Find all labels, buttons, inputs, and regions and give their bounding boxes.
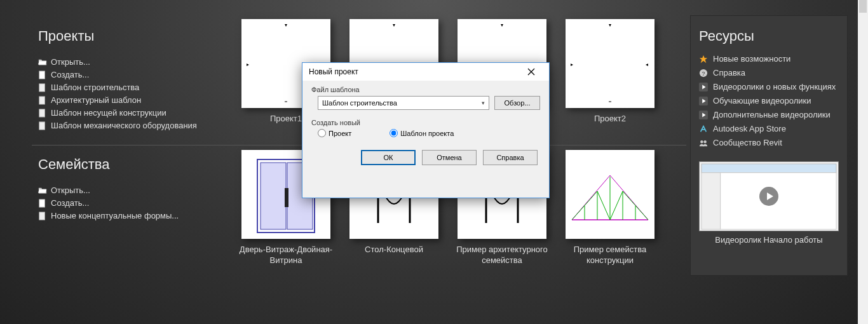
- link-label: Архитектурный шаблон: [51, 94, 141, 107]
- people-icon: [699, 138, 708, 147]
- resource-community[interactable]: Сообщество Revit: [699, 136, 839, 150]
- project-card-label: Проект2: [562, 113, 658, 124]
- resources-panel: Ресурсы Новые возможности ? Справка Виде…: [690, 15, 848, 276]
- projects-open-link[interactable]: Открыть...: [38, 56, 229, 69]
- play-icon: [699, 83, 708, 91]
- link-label: Сообщество Revit: [713, 136, 782, 150]
- families-heading: Семейства: [38, 156, 229, 173]
- radio-project[interactable]: Проект: [318, 129, 351, 137]
- resource-videos-more[interactable]: Дополнительные видеоролики: [699, 108, 839, 122]
- intro-video[interactable]: Видеоролик Начало работы: [699, 161, 839, 245]
- projects-template-construction[interactable]: Шаблон строительства: [38, 81, 229, 94]
- resource-videos-new[interactable]: Видеоролики о новых функциях: [699, 80, 839, 94]
- family-thumbnail[interactable]: [566, 150, 654, 239]
- svg-rect-10: [285, 188, 288, 207]
- file-icon: [38, 96, 47, 105]
- link-label: Справка: [713, 66, 745, 80]
- dialog-title: Новый проект: [309, 67, 358, 76]
- link-label: Шаблон строительства: [51, 81, 139, 94]
- help-icon: ?: [699, 69, 708, 78]
- link-label: Открыть...: [51, 184, 90, 197]
- folder-open-icon: [38, 58, 47, 67]
- video-thumbnail[interactable]: [699, 161, 839, 231]
- radio-project-input[interactable]: [318, 129, 326, 137]
- family-card-label: Стол-Концевой: [346, 244, 442, 255]
- project-card[interactable]: Проект2: [566, 19, 654, 124]
- appstore-icon: [699, 125, 708, 133]
- svg-rect-1: [39, 84, 45, 91]
- dialog-close-button[interactable]: [520, 64, 543, 79]
- dialog-body: Файл шаблона Шаблон строительства ▾ Обзо…: [302, 81, 549, 170]
- video-caption: Видеоролик Начало работы: [699, 235, 839, 245]
- resource-help[interactable]: ? Справка: [699, 66, 839, 80]
- svg-text:?: ?: [702, 71, 705, 77]
- radio-label: Шаблон проекта: [400, 130, 454, 137]
- vertical-scrollbar[interactable]: ▲: [858, 0, 868, 324]
- svg-marker-28: [700, 55, 707, 63]
- link-label: Создать...: [51, 69, 89, 81]
- folder-open-icon: [38, 186, 47, 195]
- families-section: Семейства Открыть... Создать... Новые ко…: [38, 156, 229, 222]
- projects-section: Проекты Открыть... Создать... Шаблон стр…: [38, 28, 229, 132]
- families-conceptual-link[interactable]: Новые концептуальные формы...: [38, 210, 229, 222]
- projects-template-arch[interactable]: Архитектурный шаблон: [38, 94, 229, 107]
- play-icon: [699, 111, 708, 119]
- svg-rect-0: [39, 71, 45, 79]
- close-icon: [527, 68, 535, 76]
- help-button[interactable]: Справка: [483, 150, 538, 165]
- family-card-label: Пример архитектурного семейства: [454, 244, 550, 266]
- resources-heading: Ресурсы: [699, 28, 839, 44]
- projects-heading: Проекты: [38, 28, 229, 44]
- create-group-label: Создать новый: [311, 119, 540, 126]
- new-file-icon: [38, 71, 47, 79]
- link-label: Создать...: [51, 197, 89, 210]
- file-icon: [38, 109, 47, 118]
- template-combobox[interactable]: Шаблон строительства ▾: [318, 96, 489, 110]
- svg-line-26: [610, 191, 623, 220]
- families-create-link[interactable]: Создать...: [38, 197, 229, 210]
- svg-rect-4: [39, 122, 45, 130]
- link-label: Шаблон механического оборудования: [51, 119, 197, 132]
- file-icon: [38, 212, 47, 220]
- resource-videos-learn[interactable]: Обучающие видеоролики: [699, 94, 839, 108]
- ok-button[interactable]: ОК: [361, 150, 416, 165]
- file-icon: [38, 83, 47, 92]
- radio-template-input[interactable]: [390, 129, 398, 137]
- link-label: Новые возможности: [713, 52, 790, 66]
- projects-template-mech[interactable]: Шаблон механического оборудования: [38, 119, 229, 132]
- link-label: Открыть...: [51, 56, 90, 69]
- browse-button[interactable]: Обзор...: [494, 96, 540, 110]
- play-icon: [699, 97, 708, 105]
- new-project-dialog: Новый проект Файл шаблона Шаблон строите…: [302, 62, 550, 198]
- svg-rect-8: [261, 163, 286, 229]
- svg-rect-40: [702, 164, 836, 173]
- families-open-link[interactable]: Открыть...: [38, 184, 229, 197]
- resources-links: Новые возможности ? Справка Видеоролики …: [699, 52, 839, 150]
- chevron-down-icon: ▾: [482, 100, 485, 106]
- svg-rect-42: [721, 173, 836, 229]
- radio-label: Проект: [329, 130, 351, 137]
- projects-template-struct[interactable]: Шаблон несущей конструкции: [38, 107, 229, 119]
- link-label: Обучающие видеоролики: [713, 94, 811, 108]
- link-label: Видеоролики о новых функциях: [713, 80, 836, 94]
- radio-template[interactable]: Шаблон проекта: [390, 129, 454, 137]
- dialog-titlebar[interactable]: Новый проект: [302, 63, 549, 81]
- family-card[interactable]: Пример семейства конструкции: [566, 150, 654, 266]
- scrollbar-thumb[interactable]: [859, 0, 867, 13]
- cancel-button[interactable]: Отмена: [422, 150, 477, 165]
- svg-rect-41: [702, 173, 721, 229]
- project-thumbnail[interactable]: [566, 19, 654, 108]
- family-card-label: Пример семейства конструкции: [562, 244, 658, 266]
- families-links: Открыть... Создать... Новые концептуальн…: [38, 184, 229, 222]
- projects-links: Открыть... Создать... Шаблон строительст…: [38, 56, 229, 132]
- resource-whatsnew[interactable]: Новые возможности: [699, 52, 839, 66]
- combobox-value: Шаблон строительства: [322, 99, 397, 107]
- projects-create-link[interactable]: Создать...: [38, 69, 229, 81]
- file-icon: [38, 121, 47, 130]
- link-label: Autodesk App Store: [713, 122, 786, 136]
- link-label: Дополнительные видеоролики: [713, 108, 831, 122]
- resource-appstore[interactable]: Autodesk App Store: [699, 122, 839, 136]
- start-screen: Проекты Открыть... Создать... Шаблон стр…: [0, 0, 858, 324]
- svg-rect-5: [39, 199, 45, 207]
- svg-line-25: [597, 191, 610, 220]
